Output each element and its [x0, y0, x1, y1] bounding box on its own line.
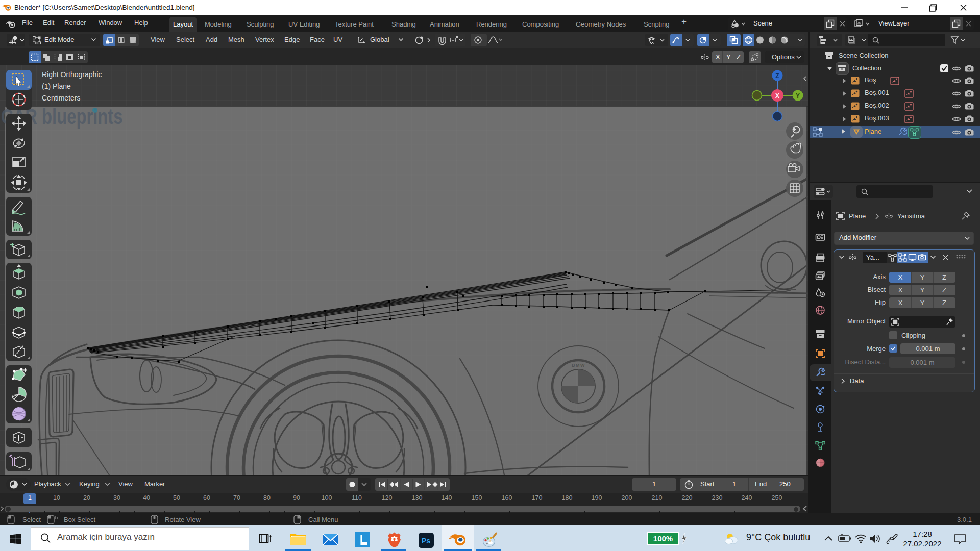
svg-text:BMW: BMW [572, 363, 585, 368]
svg-text:Y: Y [796, 92, 800, 99]
svg-text:Ps: Ps [422, 537, 430, 545]
svg-text:X: X [775, 92, 779, 99]
svg-text:Z: Z [775, 72, 779, 80]
